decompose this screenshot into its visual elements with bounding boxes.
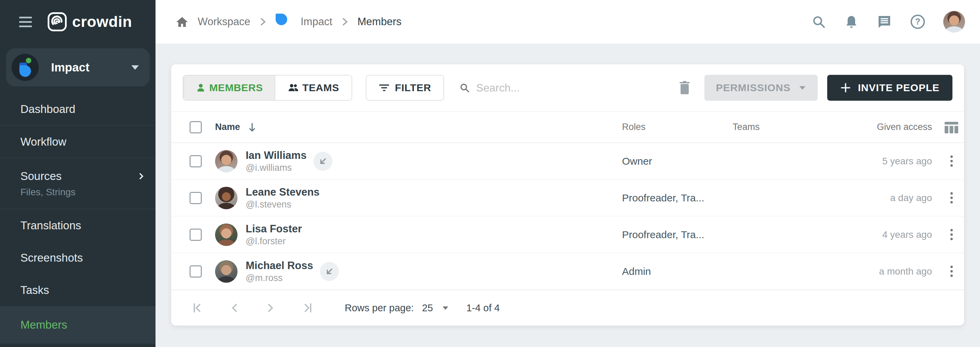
row-menu-kebab-icon[interactable]	[939, 259, 964, 283]
sidebar-item-dashboard[interactable]: Dashboard	[0, 93, 156, 125]
sidebar-item-screenshots[interactable]: Screenshots	[0, 242, 156, 274]
breadcrumb: Workspace Impact Members	[175, 14, 401, 30]
filter-icon	[379, 83, 390, 92]
table-row[interactable]: Leane Stevens @l.stevens Proofreader, Tr…	[171, 180, 964, 216]
member-username: @l.stevens	[246, 199, 320, 210]
trash-icon[interactable]	[679, 81, 691, 95]
table-header: Name Roles Teams Given access	[171, 111, 964, 143]
row-menu-kebab-icon[interactable]	[939, 223, 964, 247]
breadcrumb-workspace[interactable]: Workspace	[198, 16, 250, 28]
given-access-time: a day ago	[856, 193, 939, 204]
avatar	[215, 187, 237, 209]
permissions-button[interactable]: PERMISSIONS	[705, 75, 818, 101]
row-menu-kebab-icon[interactable]	[939, 186, 964, 210]
avatar	[215, 223, 237, 246]
column-given-access[interactable]: Given access	[856, 122, 939, 132]
member-roles: Admin	[622, 266, 733, 277]
user-avatar[interactable]	[943, 11, 965, 33]
row-checkbox[interactable]	[189, 229, 202, 241]
avatar	[215, 260, 237, 283]
members-card: MEMBERS TEAMS FILTER	[171, 64, 964, 326]
rows-per-page-select[interactable]: 25	[422, 302, 449, 314]
svg-text:?: ?	[915, 17, 920, 26]
column-teams[interactable]: Teams	[733, 122, 856, 132]
sort-descending-icon	[248, 122, 256, 132]
avatar	[215, 150, 237, 172]
topbar-icons: ?	[811, 11, 965, 33]
joined-arrow-badge	[320, 262, 339, 281]
member-name[interactable]: Michael Ross	[246, 259, 313, 272]
hamburger-menu-icon[interactable]	[19, 17, 32, 27]
table-row[interactable]: Michael Ross @m.ross Admin a month ago	[171, 253, 964, 290]
chevron-right-icon	[137, 173, 143, 180]
notifications-bell-icon[interactable]	[844, 14, 859, 29]
person-icon	[196, 83, 206, 93]
column-settings-icon[interactable]	[939, 121, 964, 134]
chevron-down-icon	[443, 306, 449, 310]
first-page-button[interactable]	[189, 300, 205, 316]
tab-teams[interactable]: TEAMS	[275, 75, 352, 100]
sidebar: crowdin Impact Dashboard Workflow Source…	[0, 0, 156, 347]
member-roles: Owner	[622, 156, 733, 167]
given-access-time: 4 years ago	[856, 229, 939, 240]
pagination-range: 1-4 of 4	[466, 302, 500, 314]
crowdin-logo-icon	[48, 12, 67, 31]
home-icon[interactable]	[175, 15, 189, 29]
last-page-button[interactable]	[300, 300, 315, 316]
help-icon[interactable]: ?	[910, 14, 926, 30]
topbar: Workspace Impact Members	[156, 0, 980, 43]
arrow-bottom-left-icon	[325, 267, 334, 276]
filter-button[interactable]: FILTER	[366, 75, 444, 101]
chevron-right-icon	[259, 17, 267, 27]
sidebar-item-members[interactable]: Members	[0, 306, 156, 344]
sidebar-item-tasks[interactable]: Tasks	[0, 274, 156, 306]
joined-arrow-badge	[313, 152, 332, 171]
row-menu-kebab-icon[interactable]	[939, 150, 964, 173]
select-all-checkbox[interactable]	[189, 121, 202, 133]
plus-icon	[840, 82, 851, 93]
invite-people-button[interactable]: INVITE PEOPLE	[827, 75, 953, 101]
sidebar-item-workflow[interactable]: Workflow	[0, 126, 156, 158]
member-roles: Proofreader, Tra...	[622, 229, 733, 240]
tab-members[interactable]: MEMBERS	[183, 75, 275, 100]
member-username: @i.williams	[246, 162, 307, 173]
table-row[interactable]: Lisa Foster @l.forster Proofreader, Tra.…	[171, 216, 964, 253]
member-username: @l.forster	[246, 236, 302, 247]
sidebar-header: crowdin	[0, 0, 156, 43]
people-icon	[288, 83, 299, 92]
chevron-right-icon	[341, 17, 349, 27]
row-checkbox[interactable]	[189, 192, 202, 204]
member-roles: Proofreader, Tra...	[622, 192, 733, 204]
chevron-down-icon	[799, 86, 805, 89]
previous-page-button[interactable]	[226, 300, 242, 316]
member-name[interactable]: Ian Williams	[246, 150, 307, 162]
breadcrumb-project-avatar	[275, 14, 292, 30]
next-page-button[interactable]	[263, 300, 279, 316]
member-username: @m.ross	[246, 273, 313, 283]
table-row[interactable]: Ian Williams @i.williams Owner 5 years a…	[171, 143, 964, 180]
crowdin-logo[interactable]: crowdin	[48, 12, 132, 31]
project-avatar	[11, 54, 39, 81]
member-name[interactable]: Leane Stevens	[246, 186, 320, 198]
breadcrumb-current: Members	[358, 16, 401, 28]
rows-per-page-label: Rows per page:	[345, 302, 414, 314]
crowdin-logo-text: crowdin	[72, 13, 132, 30]
column-roles[interactable]: Roles	[622, 122, 733, 132]
project-name: Impact	[51, 60, 131, 74]
project-selector[interactable]: Impact	[6, 48, 150, 86]
sidebar-item-sources[interactable]: Sources Files, Strings	[0, 158, 156, 209]
given-access-time: 5 years ago	[856, 156, 939, 167]
member-name[interactable]: Lisa Foster	[246, 223, 302, 235]
sidebar-item-translations[interactable]: Translations	[0, 209, 156, 242]
row-checkbox[interactable]	[189, 265, 202, 278]
search-input[interactable]	[476, 82, 622, 94]
messages-chat-icon[interactable]	[877, 14, 892, 30]
breadcrumb-project[interactable]: Impact	[301, 16, 332, 28]
column-name[interactable]: Name	[215, 122, 622, 132]
search-icon[interactable]	[811, 14, 826, 29]
search-icon	[459, 82, 470, 94]
row-checkbox[interactable]	[189, 155, 202, 167]
given-access-time: a month ago	[856, 266, 939, 277]
sidebar-nav: Dashboard Workflow Sources Files, String…	[0, 93, 156, 344]
table-pagination: Rows per page: 25 1-4 of 4	[171, 290, 964, 326]
